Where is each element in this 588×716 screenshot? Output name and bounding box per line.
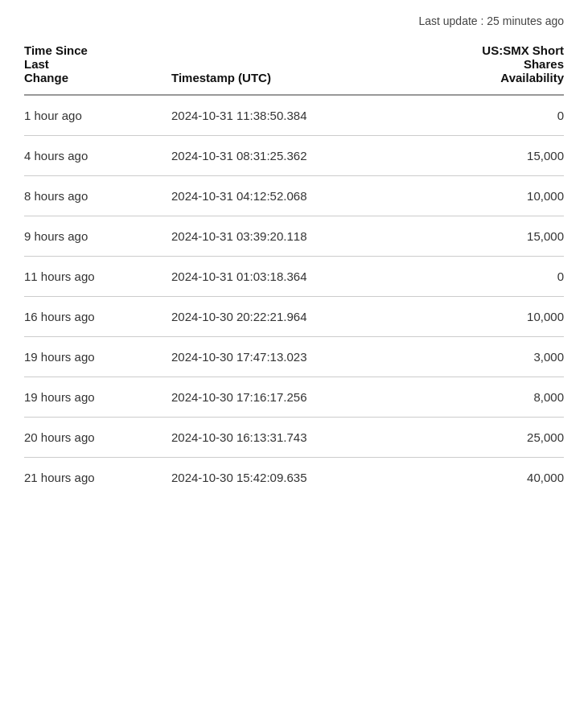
cell-timestamp: 2024-10-30 20:22:21.964 (165, 297, 414, 337)
cell-timestamp: 2024-10-31 01:03:18.364 (165, 257, 414, 297)
table-row: 20 hours ago2024-10-30 16:13:31.74325,00… (24, 418, 564, 458)
table-row: 16 hours ago2024-10-30 20:22:21.96410,00… (24, 297, 564, 337)
table-row: 4 hours ago2024-10-31 08:31:25.36215,000 (24, 136, 564, 176)
table-row: 19 hours ago2024-10-30 17:47:13.0233,000 (24, 337, 564, 377)
cell-shares: 10,000 (414, 297, 564, 337)
col-header-timestamp: Timestamp (UTC) (165, 35, 414, 95)
cell-time-since: 4 hours ago (24, 136, 165, 176)
table-header-row: Time SinceLastChange Timestamp (UTC) US:… (24, 35, 564, 95)
data-table: Time SinceLastChange Timestamp (UTC) US:… (24, 35, 564, 497)
table-row: 9 hours ago2024-10-31 03:39:20.11815,000 (24, 216, 564, 257)
cell-timestamp: 2024-10-30 16:13:31.743 (165, 418, 414, 458)
cell-time-since: 19 hours ago (24, 377, 165, 418)
cell-shares: 40,000 (414, 458, 564, 498)
cell-timestamp: 2024-10-31 11:38:50.384 (165, 95, 414, 136)
col-header-time: Time SinceLastChange (24, 35, 165, 95)
cell-time-since: 8 hours ago (24, 176, 165, 216)
cell-time-since: 20 hours ago (24, 418, 165, 458)
cell-timestamp: 2024-10-31 08:31:25.362 (165, 136, 414, 176)
cell-shares: 15,000 (414, 136, 564, 176)
col-header-shares: US:SMX ShortSharesAvailability (414, 35, 564, 95)
cell-time-since: 16 hours ago (24, 297, 165, 337)
cell-shares: 15,000 (414, 216, 564, 257)
cell-time-since: 9 hours ago (24, 216, 165, 257)
table-row: 8 hours ago2024-10-31 04:12:52.06810,000 (24, 176, 564, 216)
cell-shares: 0 (414, 257, 564, 297)
cell-shares: 3,000 (414, 337, 564, 377)
cell-timestamp: 2024-10-30 17:16:17.256 (165, 377, 414, 418)
table-row: 21 hours ago2024-10-30 15:42:09.63540,00… (24, 458, 564, 498)
cell-timestamp: 2024-10-31 03:39:20.118 (165, 216, 414, 257)
cell-time-since: 21 hours ago (24, 458, 165, 498)
cell-shares: 0 (414, 95, 564, 136)
table-row: 1 hour ago2024-10-31 11:38:50.3840 (24, 95, 564, 136)
table-row: 11 hours ago2024-10-31 01:03:18.3640 (24, 257, 564, 297)
cell-timestamp: 2024-10-30 17:47:13.023 (165, 337, 414, 377)
cell-shares: 10,000 (414, 176, 564, 216)
cell-time-since: 1 hour ago (24, 95, 165, 136)
cell-shares: 25,000 (414, 418, 564, 458)
cell-timestamp: 2024-10-31 04:12:52.068 (165, 176, 414, 216)
cell-time-since: 19 hours ago (24, 337, 165, 377)
last-update-label: Last update : 25 minutes ago (24, 0, 564, 35)
table-row: 19 hours ago2024-10-30 17:16:17.2568,000 (24, 377, 564, 418)
cell-timestamp: 2024-10-30 15:42:09.635 (165, 458, 414, 498)
cell-time-since: 11 hours ago (24, 257, 165, 297)
cell-shares: 8,000 (414, 377, 564, 418)
